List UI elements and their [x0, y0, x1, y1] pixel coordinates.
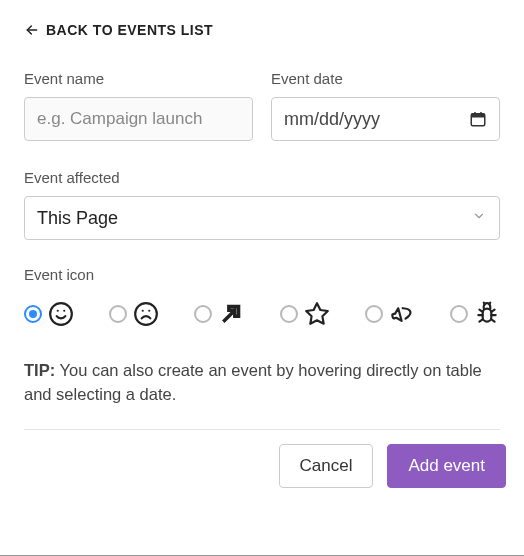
svg-rect-12: [483, 309, 492, 322]
event-name-label: Event name: [24, 70, 253, 87]
radio-icon: [280, 305, 298, 323]
add-event-button[interactable]: Add event: [387, 444, 506, 488]
radio-icon: [24, 305, 42, 323]
event-name-input[interactable]: [24, 97, 253, 141]
event-affected-value: This Page: [37, 208, 118, 229]
radio-icon: [450, 305, 468, 323]
svg-point-8: [135, 303, 157, 325]
event-icon-option-star[interactable]: [280, 301, 330, 327]
event-name-field: Event name: [24, 70, 253, 141]
tip-text: TIP: You can also create an event by hov…: [24, 359, 500, 407]
tip-body: You can also create an event by hovering…: [24, 361, 482, 403]
event-affected-label: Event affected: [24, 169, 500, 186]
event-date-label: Event date: [271, 70, 500, 87]
event-icon-option-bug[interactable]: [450, 301, 500, 327]
svg-line-16: [489, 303, 490, 305]
event-icon-option-smile[interactable]: [24, 301, 74, 327]
cancel-button[interactable]: Cancel: [279, 444, 374, 488]
arrow-left-icon: [24, 22, 40, 38]
radio-icon: [194, 305, 212, 323]
event-icon-options: [24, 301, 500, 327]
bug-icon: [474, 301, 500, 327]
event-affected-field: Event affected This Page: [24, 169, 500, 240]
event-icon-label: Event icon: [24, 266, 500, 283]
svg-rect-2: [471, 114, 485, 118]
tip-label: TIP:: [24, 361, 55, 379]
event-affected-select[interactable]: This Page: [24, 196, 500, 240]
event-date-field: Event date mm/dd/yyyy: [271, 70, 500, 141]
footer-actions: Cancel Add event: [0, 430, 524, 506]
calendar-icon: [469, 110, 487, 128]
frown-icon: [133, 301, 159, 327]
event-icon-field: Event icon: [24, 266, 500, 327]
back-label: BACK TO EVENTS LIST: [46, 22, 213, 38]
radio-icon: [109, 305, 127, 323]
event-icon-option-frown[interactable]: [109, 301, 159, 327]
svg-marker-11: [306, 303, 328, 324]
megaphone-icon: [389, 301, 415, 327]
event-icon-option-megaphone[interactable]: [365, 301, 415, 327]
star-icon: [304, 301, 330, 327]
svg-line-15: [484, 303, 485, 305]
svg-point-5: [50, 303, 72, 325]
event-date-placeholder: mm/dd/yyyy: [284, 109, 380, 130]
event-icon-option-external-arrow[interactable]: [194, 301, 244, 327]
smile-icon: [48, 301, 74, 327]
event-date-input[interactable]: mm/dd/yyyy: [271, 97, 500, 141]
back-to-events-link[interactable]: BACK TO EVENTS LIST: [24, 22, 213, 38]
radio-icon: [365, 305, 383, 323]
external-arrow-icon: [218, 301, 244, 327]
